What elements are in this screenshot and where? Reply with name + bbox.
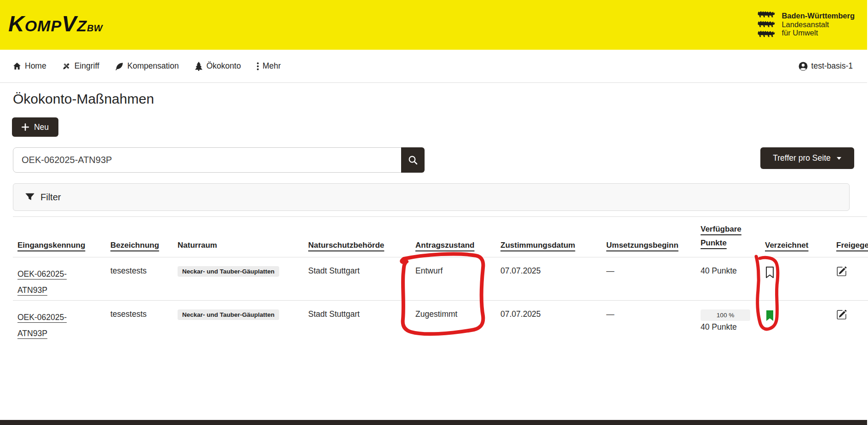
home-icon <box>13 62 21 70</box>
nav-item-oekokonto[interactable]: Ökokonto <box>195 61 241 71</box>
user-menu[interactable]: test-basis-1 <box>799 50 853 82</box>
person-circle-icon <box>799 62 808 71</box>
new-button[interactable]: Neu <box>12 117 58 137</box>
column-verzeichnet: Verzeichnet <box>760 217 832 257</box>
cell-zustimmungsdatum: 07.07.2025 <box>496 300 602 343</box>
filter-label: Filter <box>40 192 61 203</box>
plus-icon <box>22 123 29 131</box>
per-page-label: Treffer pro Seite <box>773 153 830 163</box>
edit-icon[interactable] <box>836 266 847 277</box>
column-antragszustand: Antragszustand <box>411 217 496 257</box>
column-freigegeben: Freigege <box>832 217 868 257</box>
cell-antragszustand: Zugestimmt <box>411 300 496 343</box>
percent-badge: 100 % <box>701 309 750 321</box>
cell-behoerde: Stadt Stuttgart <box>304 300 411 343</box>
agency-sub1: Landesanstalt <box>782 20 855 29</box>
search-icon <box>408 155 418 165</box>
username-label: test-basis-1 <box>811 61 853 71</box>
okokonto-massnahmen-page: { "brand": { "logo_part1": "K", "logo_pa… <box>0 0 868 425</box>
agency-name: Baden-Württemberg <box>782 12 855 20</box>
app-header: KompVzBW Baden-Württemberg Landesanstalt… <box>0 0 867 50</box>
nav-label-kompensation: Kompensation <box>127 61 179 71</box>
table-header-row: Eingangskennung Bezeichnung Naturraum Na… <box>13 217 868 257</box>
column-naturschutzbehoerde: Naturschutzbehörde <box>304 217 411 257</box>
nav-label-mehr: Mehr <box>263 61 281 71</box>
nav-label-oekokonto: Ökokonto <box>207 61 241 71</box>
tools-icon <box>62 62 71 70</box>
search-input[interactable] <box>13 147 402 173</box>
cell-bezeichnung: tesestests <box>106 300 173 343</box>
agency-sub2: für Umwelt <box>782 29 855 37</box>
nav-menu: Home Eingriff Kompensation Ökokonto <box>13 50 281 82</box>
results-table: Eingangskennung Bezeichnung Naturraum Na… <box>13 217 868 343</box>
agency-text: Baden-Württemberg Landesanstalt für Umwe… <box>782 10 855 37</box>
table-row: OEK-062025-ATN93P tesestests Neckar- und… <box>13 257 868 300</box>
filter-toggle[interactable]: Filter <box>13 183 850 211</box>
cell-bezeichnung: tesestests <box>106 257 173 300</box>
nav-label-eingriff: Eingriff <box>75 61 99 71</box>
column-eingangskennung: Eingangskennung <box>13 217 106 257</box>
cell-umsetzungsbeginn: — <box>602 257 696 300</box>
column-naturraum: Naturraum <box>173 217 304 257</box>
filter-icon <box>25 193 34 202</box>
leaf-icon <box>115 62 124 70</box>
new-button-label: Neu <box>34 122 49 132</box>
cell-punkte: 40 Punkte <box>696 257 760 300</box>
per-page-dropdown[interactable]: Treffer pro Seite <box>760 147 854 169</box>
page-title: Ökokonto-Maßnahmen <box>13 91 154 107</box>
measure-link[interactable]: OEK-062025-ATN93P <box>17 313 67 338</box>
edit-icon[interactable] <box>836 309 847 320</box>
kebab-menu-icon <box>257 62 259 70</box>
chevron-down-icon <box>836 157 842 160</box>
column-umsetzungsbeginn: Umsetzungsbeginn <box>602 217 696 257</box>
bw-lions-icon <box>756 10 777 39</box>
column-bezeichnung: Bezeichnung <box>106 217 173 257</box>
cell-umsetzungsbeginn: — <box>602 300 696 343</box>
naturraum-badge: Neckar- und Tauber-Gäuplatten <box>178 266 279 277</box>
footer-bar <box>0 420 867 425</box>
column-verfuegbare-punkte[interactable]: Verfügbare Punkte <box>696 217 760 257</box>
table-row: OEK-062025-ATN93P tesestests Neckar- und… <box>13 300 868 343</box>
agency-logo: Baden-Württemberg Landesanstalt für Umwe… <box>756 10 855 39</box>
column-zustimmungsdatum: Zustimmungsdatum <box>496 217 602 257</box>
app-logo[interactable]: KompVzBW <box>8 11 103 36</box>
nav-item-mehr[interactable]: Mehr <box>257 61 281 71</box>
main-navbar: Home Eingriff Kompensation Ökokonto <box>0 50 867 83</box>
cell-behoerde: Stadt Stuttgart <box>304 257 411 300</box>
nav-item-eingriff[interactable]: Eingriff <box>62 61 99 71</box>
measure-link[interactable]: OEK-062025-ATN93P <box>17 269 67 295</box>
cell-antragszustand: Entwurf <box>411 257 496 300</box>
nav-label-home: Home <box>25 61 46 71</box>
bookmark-icon[interactable] <box>765 266 775 279</box>
logo-text: KompVzBW <box>8 12 103 36</box>
cell-punkte: 100 % 40 Punkte <box>696 300 760 343</box>
results-table-container: Eingangskennung Bezeichnung Naturraum Na… <box>13 216 867 343</box>
nav-item-kompensation[interactable]: Kompensation <box>115 61 179 71</box>
bookmark-icon[interactable] <box>765 309 775 322</box>
tree-icon <box>195 62 203 71</box>
naturraum-badge: Neckar- und Tauber-Gäuplatten <box>178 309 279 320</box>
cell-zustimmungsdatum: 07.07.2025 <box>496 257 602 300</box>
nav-item-home[interactable]: Home <box>13 61 46 71</box>
search-button[interactable] <box>401 147 425 173</box>
